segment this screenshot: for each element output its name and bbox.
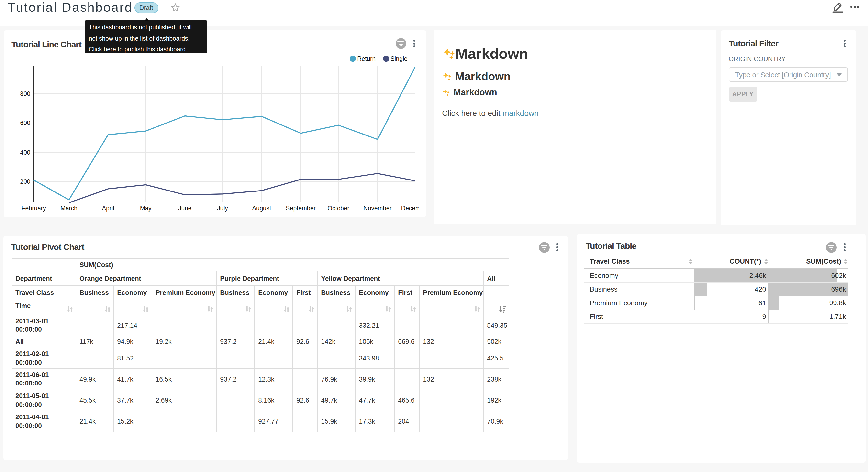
- svg-text:November: November: [363, 205, 392, 211]
- svg-text:December: December: [401, 205, 418, 211]
- svg-text:400: 400: [20, 149, 30, 156]
- svg-text:August: August: [252, 205, 271, 211]
- svg-text:October: October: [328, 205, 349, 211]
- svg-text:June: June: [178, 205, 191, 211]
- svg-text:February: February: [22, 205, 46, 211]
- svg-text:600: 600: [20, 119, 30, 126]
- svg-text:July: July: [217, 205, 228, 211]
- svg-text:May: May: [140, 205, 152, 211]
- svg-text:March: March: [60, 205, 77, 211]
- svg-text:September: September: [286, 205, 316, 211]
- svg-text:Return: Return: [357, 55, 376, 62]
- svg-text:Single: Single: [391, 55, 408, 62]
- svg-text:800: 800: [20, 90, 30, 97]
- svg-text:April: April: [102, 205, 114, 211]
- svg-text:200: 200: [20, 178, 30, 185]
